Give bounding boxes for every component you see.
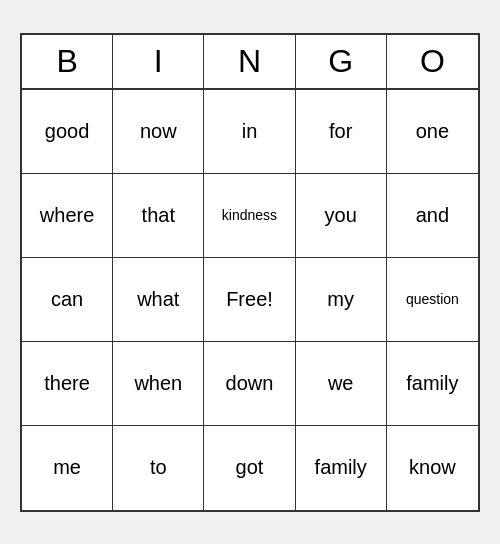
bingo-cell-r1-c3: you bbox=[296, 174, 387, 258]
bingo-cell-r4-c0: me bbox=[22, 426, 113, 510]
bingo-cell-r0-c0: good bbox=[22, 90, 113, 174]
bingo-cell-r2-c3: my bbox=[296, 258, 387, 342]
bingo-cell-r3-c1: when bbox=[113, 342, 204, 426]
bingo-cell-r1-c2: kindness bbox=[204, 174, 295, 258]
bingo-cell-r3-c0: there bbox=[22, 342, 113, 426]
bingo-cell-r1-c0: where bbox=[22, 174, 113, 258]
bingo-header-letter: G bbox=[296, 35, 387, 88]
bingo-header: BINGO bbox=[22, 35, 478, 90]
bingo-cell-r0-c1: now bbox=[113, 90, 204, 174]
bingo-cell-r4-c2: got bbox=[204, 426, 295, 510]
bingo-cell-r3-c3: we bbox=[296, 342, 387, 426]
bingo-cell-r0-c3: for bbox=[296, 90, 387, 174]
bingo-header-letter: B bbox=[22, 35, 113, 88]
bingo-cell-r4-c4: know bbox=[387, 426, 478, 510]
bingo-header-letter: N bbox=[204, 35, 295, 88]
bingo-cell-r1-c1: that bbox=[113, 174, 204, 258]
bingo-header-letter: O bbox=[387, 35, 478, 88]
bingo-cell-r4-c1: to bbox=[113, 426, 204, 510]
bingo-cell-r4-c3: family bbox=[296, 426, 387, 510]
bingo-cell-r0-c2: in bbox=[204, 90, 295, 174]
bingo-cell-r0-c4: one bbox=[387, 90, 478, 174]
bingo-header-letter: I bbox=[113, 35, 204, 88]
bingo-card: BINGO goodnowinforonewherethatkindnessyo… bbox=[20, 33, 480, 512]
bingo-cell-r2-c1: what bbox=[113, 258, 204, 342]
bingo-cell-r2-c0: can bbox=[22, 258, 113, 342]
bingo-cell-r2-c2: Free! bbox=[204, 258, 295, 342]
bingo-cell-r1-c4: and bbox=[387, 174, 478, 258]
bingo-cell-r3-c2: down bbox=[204, 342, 295, 426]
bingo-cell-r3-c4: family bbox=[387, 342, 478, 426]
bingo-grid: goodnowinforonewherethatkindnessyouandca… bbox=[22, 90, 478, 510]
bingo-cell-r2-c4: question bbox=[387, 258, 478, 342]
